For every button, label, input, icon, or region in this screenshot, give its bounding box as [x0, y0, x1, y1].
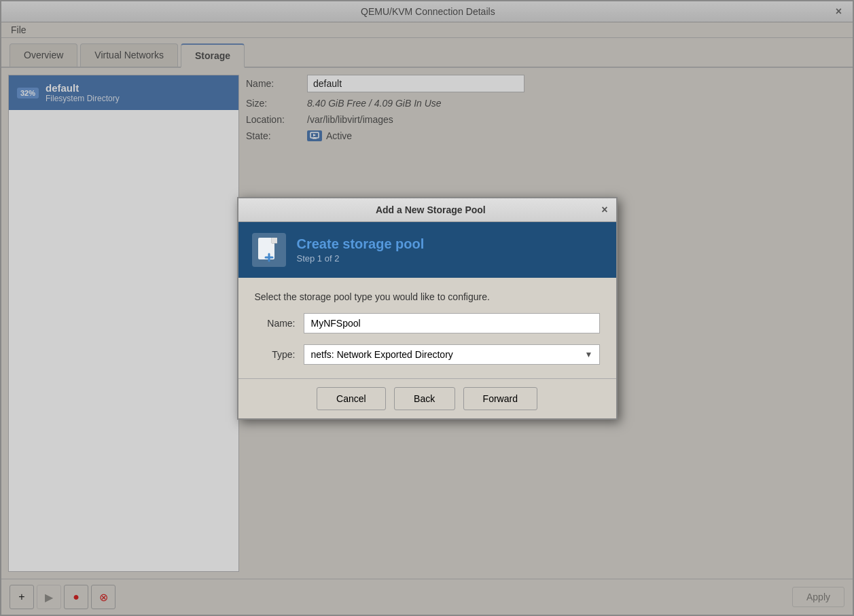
- modal-header-banner: Create storage pool Step 1 of 2: [238, 222, 616, 278]
- modal-back-button[interactable]: Back: [394, 387, 455, 410]
- modal-overlay: Add a New Storage Pool ×: [1, 1, 853, 615]
- document-plus-icon: [257, 236, 281, 264]
- modal-name-input[interactable]: [304, 313, 600, 333]
- modal-type-label: Type:: [255, 349, 296, 360]
- modal-body: Select the storage pool type you would l…: [238, 278, 616, 378]
- modal-type-row: Type: dir: Filesystem Directory disk: Ph…: [255, 344, 600, 365]
- add-storage-pool-modal: Add a New Storage Pool ×: [237, 197, 618, 420]
- modal-close-button[interactable]: ×: [601, 204, 607, 216]
- modal-type-select[interactable]: dir: Filesystem Directory disk: Physical…: [304, 344, 600, 365]
- modal-header-subtitle: Step 1 of 2: [297, 253, 425, 264]
- main-window: QEMU/KVM Connection Details × File Overv…: [0, 0, 854, 616]
- svg-rect-6: [272, 238, 277, 243]
- modal-header-title: Create storage pool: [297, 236, 425, 252]
- modal-type-select-wrapper: dir: Filesystem Directory disk: Physical…: [304, 344, 600, 365]
- modal-name-row: Name:: [255, 313, 600, 333]
- modal-cancel-button[interactable]: Cancel: [317, 387, 386, 410]
- modal-title-bar: Add a New Storage Pool ×: [238, 198, 616, 222]
- modal-footer: Cancel Back Forward: [238, 378, 616, 418]
- modal-forward-button[interactable]: Forward: [463, 387, 537, 410]
- create-pool-icon: [252, 233, 286, 267]
- modal-description: Select the storage pool type you would l…: [255, 291, 600, 302]
- modal-title: Add a New Storage Pool: [260, 204, 602, 215]
- modal-name-label: Name:: [255, 318, 296, 329]
